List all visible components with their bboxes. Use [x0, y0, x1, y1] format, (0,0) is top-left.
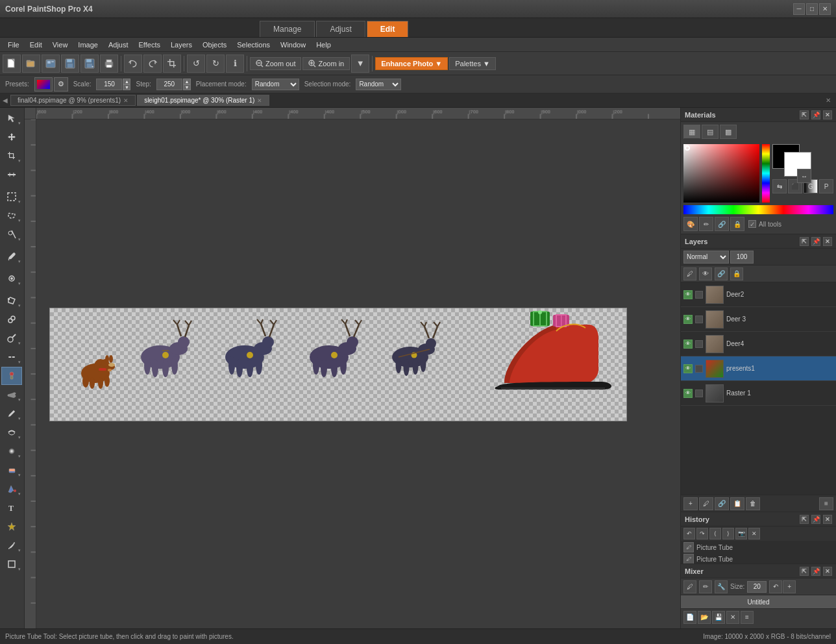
pattern-icon[interactable]: P — [819, 179, 833, 193]
undo-button[interactable] — [124, 55, 142, 73]
color-hue-bar[interactable] — [762, 144, 770, 203]
mat-tool-3[interactable]: 🔗 — [715, 217, 729, 231]
stroke-fill-toggle[interactable]: ↔ — [797, 169, 811, 183]
mixer-float[interactable]: ⇱ — [800, 567, 809, 576]
mixer-bottom-clear[interactable]: ✕ — [726, 611, 739, 624]
layers-icon-paint[interactable]: 🖊 — [683, 267, 696, 280]
add-layer-button[interactable]: + — [683, 497, 698, 510]
layer-settings[interactable]: ≡ — [819, 497, 833, 510]
presets-preview[interactable] — [34, 77, 53, 92]
layer-item-raster1[interactable]: 👁 Raster 1 — [681, 381, 836, 406]
layer-options-3[interactable]: 📋 — [730, 497, 744, 510]
history-clear[interactable]: ✕ — [748, 528, 760, 539]
tool-preset-shape[interactable]: ▾ — [1, 555, 22, 573]
history-item-1[interactable]: 🖊 Picture Tube — [683, 542, 833, 552]
all-tools-checkbox[interactable]: ✓ — [748, 220, 756, 228]
step-down[interactable]: ▼ — [183, 84, 191, 90]
step-input[interactable] — [156, 79, 182, 90]
mixer-bottom-new[interactable]: 📄 — [683, 611, 696, 624]
menu-edit[interactable]: Edit — [25, 40, 47, 50]
history-undo[interactable]: ↶ — [683, 528, 695, 539]
save-as-button[interactable]: + — [80, 55, 99, 73]
tool-straighten[interactable] — [1, 166, 22, 184]
crop-button[interactable] — [163, 55, 181, 73]
zoom-out-button[interactable]: Zoom out — [250, 57, 301, 70]
tool-text[interactable]: T — [1, 499, 22, 517]
tool-freehand[interactable]: ▾ — [1, 206, 22, 225]
tool-eyedropper[interactable]: ▾ — [1, 247, 22, 266]
tool-eraser[interactable]: ▾ — [1, 461, 22, 479]
layers-float[interactable]: ⇱ — [800, 237, 809, 246]
doc-tab-prev[interactable]: ◀ — [3, 97, 8, 104]
redo-button[interactable] — [143, 55, 162, 73]
layers-icon-vis[interactable]: 👁 — [699, 267, 712, 280]
mat-tab-pattern[interactable]: ▩ — [720, 125, 737, 139]
placement-mode-select[interactable]: Random Continuous Single — [252, 79, 299, 90]
mat-tab-gradient[interactable]: ▤ — [702, 125, 719, 139]
maximize-button[interactable]: □ — [806, 3, 818, 15]
history-item-2[interactable]: 🖊 Picture Tube — [683, 554, 833, 564]
menu-help[interactable]: Help — [311, 40, 336, 50]
menu-adjust[interactable]: Adjust — [103, 40, 134, 50]
tool-lighten-darken[interactable]: ▾ — [1, 442, 22, 460]
delete-layer-button[interactable]: 🗑 — [746, 497, 760, 510]
mixer-bottom-settings[interactable]: ≡ — [741, 611, 754, 624]
doc-tab-final04[interactable]: final04.pspimage @ 9% (presents1) ✕ — [10, 95, 136, 106]
menu-objects[interactable]: Objects — [197, 40, 232, 50]
layer-eye-deer4[interactable]: 👁 — [683, 340, 693, 349]
blend-mode-select[interactable]: Normal Multiply Screen Overlay — [683, 251, 729, 264]
image-canvas[interactable] — [36, 119, 680, 628]
menu-selections[interactable]: Selections — [232, 40, 275, 50]
color-gradient[interactable] — [683, 144, 759, 203]
mixer-bottom-save[interactable]: 💾 — [712, 611, 725, 624]
layer-item-presents1[interactable]: 👁 presents1 — [681, 356, 836, 381]
layer-check-deer4[interactable] — [695, 340, 703, 348]
tool-crop[interactable]: ▾ — [1, 147, 22, 165]
materials-pin[interactable]: 📌 — [811, 110, 820, 119]
tool-pen[interactable]: ▾ — [1, 536, 22, 554]
history-pin[interactable]: 📌 — [811, 515, 820, 524]
tool-scratch-remover[interactable]: ▾ — [1, 348, 22, 366]
layers-pin[interactable]: 📌 — [811, 237, 820, 246]
tab-manage[interactable]: Manage — [260, 21, 315, 37]
palettes-button[interactable]: Palettes ▼ — [449, 57, 496, 70]
tab-adjust[interactable]: Adjust — [316, 21, 365, 37]
close-button[interactable]: ✕ — [819, 3, 831, 15]
new-button[interactable] — [3, 55, 21, 73]
selection-mode-select[interactable]: Random Sequential Pressure — [356, 79, 401, 90]
print-button[interactable] — [100, 55, 118, 73]
tool-airbrush[interactable]: ▾ — [1, 386, 22, 404]
menu-effects[interactable]: Effects — [134, 40, 166, 50]
mixer-bottom-open[interactable]: 📂 — [698, 611, 711, 624]
layer-eye-presents1[interactable]: 👁 — [683, 364, 693, 373]
mat-tool-2[interactable]: ✏ — [699, 217, 713, 231]
history-snapshot[interactable]: 📷 — [735, 528, 747, 539]
layer-eye-deer3[interactable]: 👁 — [683, 315, 693, 324]
info-button[interactable]: ℹ — [226, 55, 244, 73]
rotate-right-button[interactable]: ↻ — [206, 55, 225, 73]
tool-star[interactable] — [1, 517, 22, 536]
presets-settings[interactable]: ⚙ — [54, 77, 68, 92]
scale-down[interactable]: ▼ — [123, 84, 130, 90]
zoom-options-button[interactable]: ▼ — [351, 55, 369, 73]
mixer-btn-2[interactable]: + — [783, 580, 796, 593]
tab-edit[interactable]: Edit — [367, 21, 409, 37]
mixer-tool-1[interactable]: 🖊 — [683, 580, 696, 593]
layers-close[interactable]: ✕ — [823, 237, 832, 246]
open-button[interactable] — [22, 55, 40, 73]
layer-options-1[interactable]: 🖊 — [699, 497, 713, 510]
tool-paint[interactable]: ▾ — [1, 404, 22, 423]
hue-spectrum[interactable] — [683, 205, 833, 214]
tool-picture-tube[interactable] — [1, 367, 22, 385]
enhance-photo-button[interactable]: Enhance Photo ▼ — [375, 57, 448, 70]
tool-select[interactable]: ▾ — [1, 109, 22, 127]
minimize-button[interactable]: ─ — [793, 3, 805, 15]
menu-file[interactable]: File — [3, 40, 25, 50]
mixer-size-input[interactable] — [747, 581, 767, 593]
menu-layers[interactable]: Layers — [166, 40, 197, 50]
doc-close-all[interactable]: ✕ — [826, 97, 831, 104]
menu-image[interactable]: Image — [73, 40, 103, 50]
mixer-pin[interactable]: 📌 — [811, 567, 820, 576]
tool-view[interactable]: ▾ — [1, 269, 22, 288]
tool-selection[interactable]: ▾ — [1, 188, 22, 206]
